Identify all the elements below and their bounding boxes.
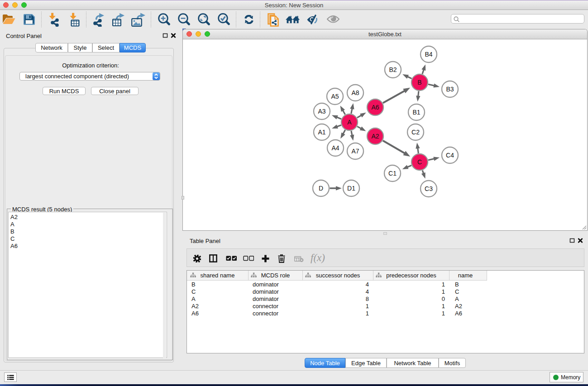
svg-text:C1: C1 xyxy=(388,170,397,177)
svg-text:A6: A6 xyxy=(371,104,379,111)
svg-text:C2: C2 xyxy=(411,129,420,136)
svg-text:A: A xyxy=(347,119,352,126)
svg-text:B3: B3 xyxy=(446,86,454,93)
svg-text:C3: C3 xyxy=(425,185,433,192)
svg-text:A3: A3 xyxy=(318,108,325,115)
svg-text:C4: C4 xyxy=(446,152,454,159)
svg-text:A5: A5 xyxy=(331,93,339,100)
svg-text:C: C xyxy=(417,158,422,166)
svg-text:B4: B4 xyxy=(425,51,432,58)
svg-text:A7: A7 xyxy=(351,148,359,155)
svg-text:A2: A2 xyxy=(371,133,379,140)
svg-text:A8: A8 xyxy=(351,89,359,96)
svg-text:B1: B1 xyxy=(412,109,420,116)
svg-text:B2: B2 xyxy=(389,66,397,73)
svg-text:D: D xyxy=(319,185,323,192)
svg-text:D1: D1 xyxy=(347,185,355,192)
svg-text:A4: A4 xyxy=(331,144,339,152)
svg-text:B: B xyxy=(417,79,421,86)
svg-text:A1: A1 xyxy=(318,129,325,136)
